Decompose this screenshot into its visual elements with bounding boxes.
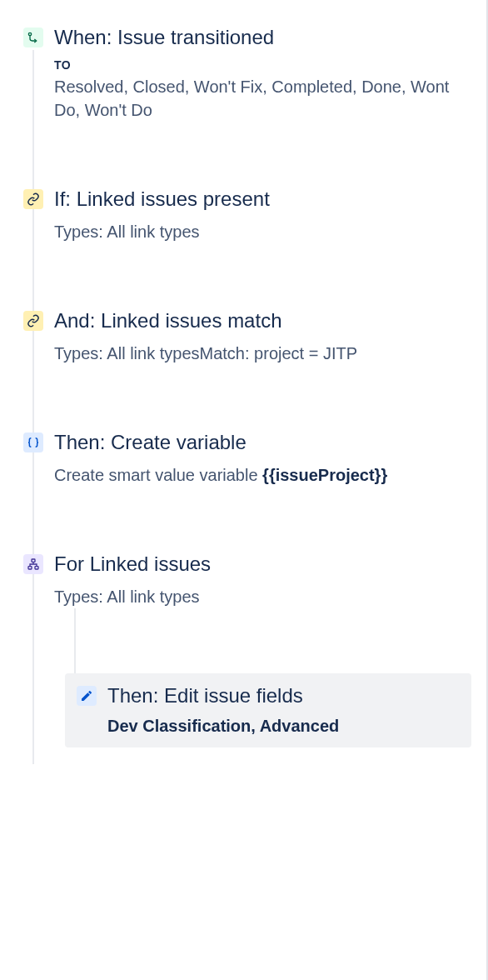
nested-step-title: Then: Edit issue fields xyxy=(107,683,460,708)
step-title: If: Linked issues present xyxy=(54,187,471,212)
rule-step-condition[interactable]: And: Linked issues match Types: All link… xyxy=(23,308,471,365)
rule-step-trigger[interactable]: When: Issue transitioned TO Resolved, Cl… xyxy=(23,25,471,122)
rule-step-action-nested[interactable]: Then: Edit issue fields Dev Classificati… xyxy=(65,673,471,748)
step-subtitle-label: TO xyxy=(54,58,471,72)
svg-rect-1 xyxy=(32,559,35,562)
step-description-bold: {{issueProject}} xyxy=(262,466,387,484)
edit-icon xyxy=(77,686,97,706)
svg-rect-3 xyxy=(35,567,38,569)
variable-icon xyxy=(23,432,43,452)
step-title: Then: Create variable xyxy=(54,430,471,455)
step-title: When: Issue transitioned xyxy=(54,25,471,50)
rule-step-branch[interactable]: For Linked issues Types: All link types … xyxy=(23,552,471,748)
svg-point-0 xyxy=(28,32,31,35)
link-icon xyxy=(23,311,43,331)
nested-step-description: Dev Classification, Advanced xyxy=(107,715,460,738)
svg-rect-2 xyxy=(28,567,32,569)
step-description-prefix: Create smart value variable xyxy=(54,466,262,484)
nested-container: Then: Edit issue fields Dev Classificati… xyxy=(65,673,471,748)
link-icon xyxy=(23,189,43,209)
transition-icon xyxy=(23,28,43,48)
automation-rule-list: When: Issue transitioned TO Resolved, Cl… xyxy=(0,0,488,764)
step-title: And: Linked issues match xyxy=(54,308,471,333)
rule-step-action[interactable]: Then: Create variable Create smart value… xyxy=(23,430,471,487)
rule-step-condition[interactable]: If: Linked issues present Types: All lin… xyxy=(23,187,471,243)
step-description: Types: All link types xyxy=(54,585,471,608)
branch-icon xyxy=(23,554,43,574)
step-description: Types: All link types xyxy=(54,220,471,243)
step-description: Create smart value variable {{issueProje… xyxy=(54,463,471,487)
step-description: Resolved, Closed, Won't Fix, Completed, … xyxy=(54,75,471,122)
step-title: For Linked issues xyxy=(54,552,471,577)
step-description: Types: All link typesMatch: project = JI… xyxy=(54,342,471,365)
